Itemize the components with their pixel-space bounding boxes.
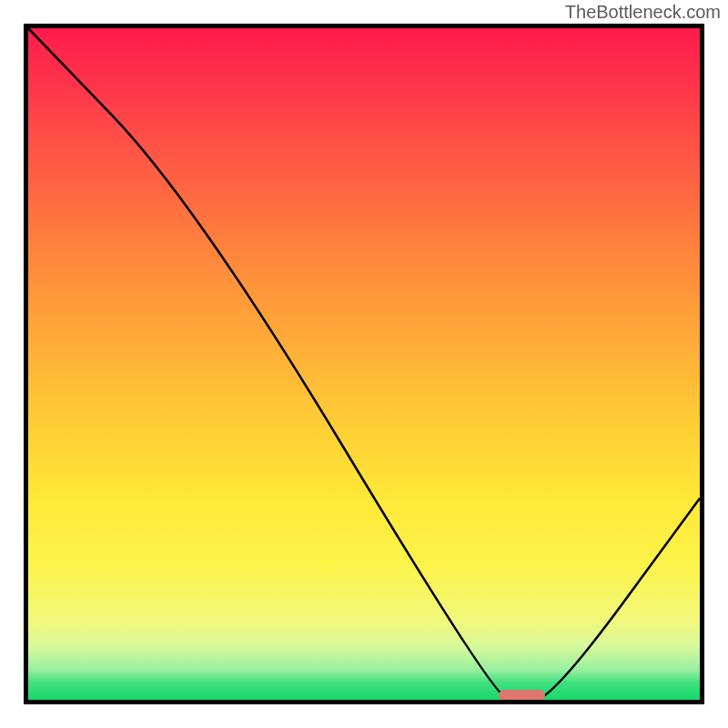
watermark-text: TheBottleneck.com (565, 2, 721, 23)
optimal-range-marker (499, 690, 546, 701)
bottleneck-curve (28, 28, 700, 700)
chart-plot-area (24, 24, 704, 704)
